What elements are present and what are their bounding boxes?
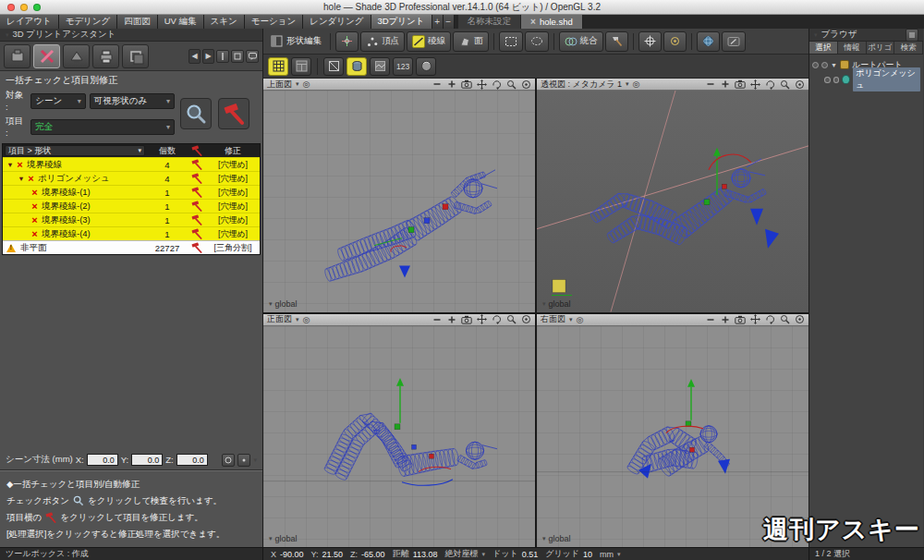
- axe-tool-button[interactable]: [605, 31, 628, 52]
- dock-panel-icon[interactable]: [231, 50, 244, 63]
- repair-tool-icon[interactable]: [33, 44, 60, 68]
- display-toggle-icon[interactable]: [833, 77, 840, 83]
- rotate-icon[interactable]: [491, 79, 502, 90]
- fix-hammer-icon[interactable]: [188, 173, 206, 184]
- fix-hammer-icon[interactable]: [188, 159, 206, 170]
- export-tool-icon[interactable]: [122, 44, 149, 68]
- fix-hammer-icon[interactable]: [188, 242, 206, 253]
- zoom-in-icon[interactable]: [720, 314, 731, 324]
- render-toggle-icon[interactable]: [812, 62, 819, 68]
- workspace-quadview[interactable]: 四面図: [117, 15, 158, 29]
- workspace-skin[interactable]: スキン: [204, 15, 245, 29]
- row-fix-action[interactable]: [穴埋め]: [206, 201, 260, 213]
- coordinate-space-label[interactable]: ▾ global: [269, 534, 298, 543]
- row-fix-action[interactable]: [穴埋め]: [206, 173, 260, 185]
- rotate-icon[interactable]: [491, 314, 502, 324]
- print-assistant-header[interactable]: ▾ 3D プリントアシスタント: [0, 29, 262, 42]
- table-row-nonplanar[interactable]: 非平面 22727 [三角分割]: [3, 240, 260, 254]
- pan-icon[interactable]: [749, 79, 760, 90]
- fix-all-button[interactable]: [218, 98, 249, 129]
- edge-mode-button[interactable]: 稜線: [407, 31, 451, 52]
- camera-icon[interactable]: [735, 314, 746, 324]
- table-row-edge-2[interactable]: × 境界稜線-(2) 1 [穴埋め]: [3, 199, 260, 213]
- workspace-modeling[interactable]: モデリング: [59, 15, 118, 29]
- zoom-in-icon[interactable]: [720, 79, 731, 90]
- lasso-select-button[interactable]: [525, 31, 549, 52]
- dolly-icon[interactable]: [520, 314, 531, 324]
- close-window-button[interactable]: [7, 4, 15, 11]
- table-row-polygon-mesh[interactable]: ▼ × ポリゴンメッシュ 4 [穴埋め]: [3, 171, 260, 185]
- dolly-icon[interactable]: [794, 79, 805, 90]
- row-fix-action[interactable]: [穴埋め]: [206, 159, 260, 171]
- pan-icon[interactable]: [749, 314, 760, 324]
- unit-select[interactable]: mm▾: [600, 550, 621, 559]
- y-field[interactable]: 0.0: [131, 454, 163, 466]
- viewport-perspective-canvas[interactable]: ▾ global: [537, 91, 808, 312]
- shaded-display-button[interactable]: [346, 57, 367, 76]
- merge-button[interactable]: 統合: [559, 31, 603, 52]
- column-item-button[interactable]: 項目 > 形状 ▾: [5, 145, 145, 156]
- next-page-icon[interactable]: ▶: [202, 49, 214, 64]
- wall-thickness-tool-icon[interactable]: [63, 44, 90, 68]
- table-row-edge-4[interactable]: × 境界稜線-(4) 1 [穴埋め]: [3, 226, 260, 240]
- viewport-front-header[interactable]: 正面図 ▾ ◎: [263, 314, 535, 326]
- tab-search[interactable]: 検索: [894, 42, 923, 54]
- shortcut-set-button[interactable]: [722, 31, 746, 52]
- numeric-display-button[interactable]: 123: [393, 57, 413, 76]
- pin-panel-icon[interactable]: [216, 50, 229, 63]
- camera-target-icon[interactable]: ◎: [303, 315, 310, 324]
- chevron-down-icon[interactable]: ▾: [626, 80, 629, 88]
- marquee-select-button[interactable]: [499, 31, 523, 52]
- vertex-mode-button[interactable]: 頂点: [360, 31, 405, 52]
- tab-polygon[interactable]: ポリゴ: [867, 42, 895, 54]
- expand-triangle-icon[interactable]: ▼: [17, 175, 26, 183]
- zoom-in-icon[interactable]: [446, 79, 457, 90]
- table-display-button[interactable]: [291, 57, 311, 76]
- coordinate-space-label[interactable]: ▾ global: [542, 299, 571, 309]
- zoom-out-icon[interactable]: [432, 79, 443, 90]
- viewport-front-canvas[interactable]: ▾ global: [263, 326, 535, 548]
- browser-header[interactable]: ▾ ブラウザ: [809, 29, 923, 42]
- workspace-layout[interactable]: レイアウト: [0, 15, 59, 29]
- chevron-down-icon[interactable]: ▾: [296, 316, 299, 323]
- row-fix-action[interactable]: [穴埋め]: [206, 214, 260, 226]
- close-tab-icon[interactable]: ×: [530, 17, 536, 27]
- workspace-uv-edit[interactable]: UV 編集: [158, 15, 204, 29]
- dolly-icon[interactable]: [520, 79, 531, 90]
- row-fix-action[interactable]: [穴埋め]: [206, 228, 260, 240]
- collapse-triangle-icon[interactable]: ▾: [6, 31, 9, 39]
- magnifier-icon[interactable]: [505, 314, 517, 324]
- pan-icon[interactable]: [476, 314, 487, 324]
- coordinate-space-label[interactable]: ▾ global: [542, 534, 571, 543]
- chevron-down-icon[interactable]: ▾: [569, 316, 573, 323]
- expand-triangle-icon[interactable]: ▼: [6, 161, 15, 169]
- tab-untitled[interactable]: 名称未設定: [458, 15, 522, 29]
- collapse-triangle-icon[interactable]: ▾: [814, 31, 818, 39]
- table-row-boundary-edges[interactable]: ▼ × 境界稜線 4 [穴埋め]: [3, 157, 260, 171]
- snap-target-button[interactable]: [638, 31, 662, 52]
- workspace-rendering[interactable]: レンダリング: [303, 15, 371, 29]
- workspace-3dprint[interactable]: 3Dプリント: [371, 15, 432, 29]
- zoom-out-icon[interactable]: [432, 314, 443, 324]
- pivot-target-button[interactable]: [663, 31, 687, 52]
- item-level-select[interactable]: 完全▾: [30, 119, 175, 135]
- help-bubble-icon[interactable]: [246, 50, 259, 63]
- display-toggle-icon[interactable]: [821, 62, 828, 68]
- camera-icon[interactable]: [461, 79, 472, 90]
- remove-workspace-button[interactable]: −: [444, 15, 455, 29]
- globe-view-button[interactable]: [697, 31, 720, 52]
- viewport-right-header[interactable]: 右面図 ▾ ◎: [537, 314, 808, 326]
- magnifier-icon[interactable]: [779, 79, 790, 90]
- viewport-top-header[interactable]: 上面図 ▾ ◎: [263, 79, 535, 91]
- table-row-edge-1[interactable]: × 境界稜線-(1) 1 [穴埋め]: [3, 185, 260, 199]
- chevron-down-icon[interactable]: ▾: [253, 457, 257, 464]
- check-tool-icon[interactable]: [4, 44, 30, 68]
- tab-select[interactable]: 選択: [809, 42, 838, 54]
- manipulator-button[interactable]: [335, 31, 359, 52]
- rotate-icon[interactable]: [764, 79, 775, 90]
- z-field[interactable]: 0.0: [176, 454, 208, 466]
- texture-display-button[interactable]: [370, 57, 390, 76]
- coordinate-space-label[interactable]: ▾ global: [269, 299, 298, 309]
- link-values-icon[interactable]: [222, 454, 235, 467]
- sphere-preview-button[interactable]: [416, 57, 436, 76]
